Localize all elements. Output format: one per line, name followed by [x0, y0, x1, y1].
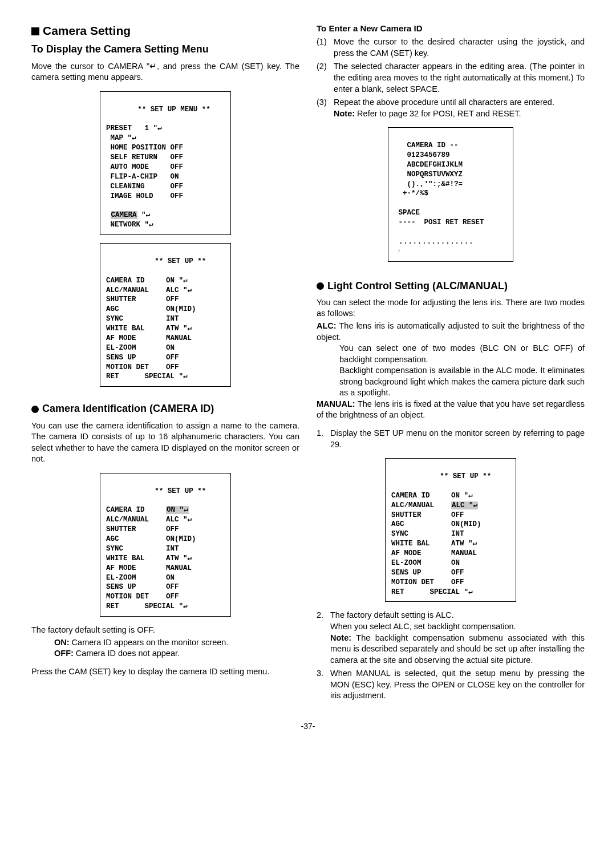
nitem-3-text: When MANUAL is selected, quit the setup …	[330, 668, 585, 702]
menu1-title: ** SET UP MENU **	[106, 105, 225, 115]
step-3-num: (3)	[317, 97, 334, 119]
menu1-l6: CLEANING OFF	[106, 183, 183, 191]
circle-icon-2	[317, 282, 324, 290]
setup-menu-box-4: ** SET UP ** CAMERA ID ON "↵ ALC/MANUAL …	[385, 458, 516, 602]
nitem-2-note: The backlight compensation submenu assoc…	[330, 633, 585, 665]
cm-l0: CAMERA ID --	[394, 141, 459, 149]
light-control-head: Light Control Setting (ALC/MANUAL)	[317, 279, 585, 293]
menu2-l2: SHUTTER OFF	[106, 296, 179, 303]
alc-text3: Backlight compensation is available in t…	[317, 365, 585, 399]
enter-steps-list: (1) Move the cursor to the desired chara…	[317, 37, 585, 119]
nitem-1: 1. Display the SET UP menu on the monito…	[317, 428, 585, 450]
off-label: OFF:	[54, 649, 74, 658]
nitem-2: 2. The factory default setting is ALC. W…	[317, 610, 585, 666]
menu3-l3: AGC ON(MID)	[106, 535, 196, 543]
menu1-l0: PRESET 1 "↵	[106, 124, 162, 132]
menu4-l0: CAMERA ID ON "↵	[391, 492, 473, 500]
menu1-l4: AUTO MODE OFF	[106, 163, 183, 171]
nitem-3: 3. When MANUAL is selected, quit the set…	[317, 668, 585, 702]
circle-icon	[31, 406, 39, 413]
on-text: Camera ID appears on the monitor screen.	[70, 638, 229, 647]
nitem-2b: When you select ALC, set backlight compe…	[330, 622, 516, 631]
intro-a: Move the cursor to CAMERA	[31, 62, 147, 71]
alc-label: ALC:	[317, 321, 337, 330]
menu2-l10: RET SPECIAL "↵	[106, 373, 188, 381]
nitem-1-num: 1.	[317, 428, 330, 450]
step-2-num: (2)	[317, 61, 334, 95]
menu2-l0: CAMERA ID ON "↵	[106, 277, 188, 285]
light-control-head-text: Light Control Setting (ALC/MANUAL)	[327, 279, 508, 293]
menu4-l10: RET SPECIAL "↵	[391, 588, 473, 596]
menu4-highlight: ALC "↵	[451, 501, 478, 509]
press-cam-para: Press the CAM (SET) key to display the c…	[31, 666, 299, 678]
cm-l3: NOPQRSTUVWXYZ	[394, 171, 463, 179]
intro-paragraph: Move the cursor to CAMERA "↵, and press …	[31, 61, 299, 83]
camera-id-char-menu: CAMERA ID -- 0123456789 ABCDEFGHIJKLM NO…	[388, 127, 513, 261]
subhead-display-menu: To Display the Camera Setting Menu	[31, 42, 299, 56]
man-text: The lens iris is fixed at the value that…	[317, 399, 585, 420]
cm-l5: +-*/%$	[394, 189, 428, 197]
menu4-l2: SHUTTER OFF	[391, 511, 464, 519]
step-2-text: The selected character appears in the ed…	[334, 61, 585, 95]
cursor-icon: "↵	[147, 62, 157, 71]
numbered-list: 1. Display the SET UP menu on the monito…	[317, 428, 585, 450]
light-intro: You can select the mode for adjusting th…	[317, 297, 585, 319]
cm-l7: SPACE	[394, 209, 420, 217]
menu3-l6: AF MODE MANUAL	[106, 564, 192, 572]
menu2-l5: WHITE BAL ATW "↵	[106, 325, 192, 333]
step-1-num: (1)	[317, 37, 334, 59]
step-3-text: Repeat the above procedure until all cha…	[334, 98, 554, 107]
step-3: (3) Repeat the above procedure until all…	[317, 97, 585, 119]
cm-caret: ↑	[394, 249, 401, 255]
section-title-text: Camera Setting	[43, 23, 131, 39]
menu1-l10: NETWORK "↵	[106, 221, 153, 229]
page-number: -37-	[31, 721, 585, 732]
menu2-l9: MOTION DET OFF	[106, 363, 179, 371]
menu1-l3: SELF RETURN OFF	[106, 153, 183, 161]
menu2-l1: ALC/MANUAL ALC "↵	[106, 286, 192, 294]
on-label: ON:	[54, 638, 70, 647]
nitem-2a: The factory default setting is ALC.	[330, 610, 454, 620]
camera-id-head-text: Camera Identification (CAMERA ID)	[42, 402, 214, 415]
menu1-l1: MAP "↵	[106, 134, 136, 142]
menu3-l2: SHUTTER OFF	[106, 525, 179, 533]
menu2-l7: EL-ZOOM ON	[106, 344, 175, 352]
menu3-l9: MOTION DET OFF	[106, 593, 179, 601]
menu3-l4: SYNC INT	[106, 545, 179, 553]
menu4-l3: AGC ON(MID)	[391, 520, 481, 528]
nitem-2-num: 2.	[317, 610, 330, 666]
manual-def-block: MANUAL: The lens iris is fixed at the va…	[317, 399, 585, 421]
menu2-l3: AGC ON(MID)	[106, 305, 196, 313]
step-2: (2) The selected character appears in th…	[317, 61, 585, 95]
step-3-body: Repeat the above procedure until all cha…	[334, 97, 585, 119]
setup-menu-box-3: ** SET UP ** CAMERA ID ON "↵ ALC/MANUAL …	[100, 473, 231, 617]
setup-menu-box-2: ** SET UP ** CAMERA ID ON "↵ ALC/MANUAL …	[100, 243, 231, 387]
menu3-l10: RET SPECIAL "↵	[106, 602, 188, 610]
square-icon	[31, 27, 39, 35]
menu3-l8: SENS UP OFF	[106, 583, 179, 591]
menu2-l6: AF MODE MANUAL	[106, 334, 192, 342]
menu4-l8: SENS UP OFF	[391, 569, 464, 577]
menu2-l4: SYNC INT	[106, 315, 179, 323]
menu4-l7: EL-ZOOM ON	[391, 559, 460, 567]
setup-menu-box-1: ** SET UP MENU ** PRESET 1 "↵ MAP "↵ HOM…	[100, 91, 231, 235]
on-def: ON: Camera ID appears on the monitor scr…	[31, 637, 299, 649]
menu3-title: ** SET UP **	[106, 487, 225, 496]
cm-l4: ().,'":;&#!?=	[394, 180, 463, 188]
nitem-3-num: 3.	[317, 668, 330, 702]
camera-id-para: You can use the camera identification to…	[31, 420, 299, 465]
alc-text2: You can select one of two modes (BLC ON …	[317, 343, 585, 365]
alc-def-block: ALC: The lens iris is automatically adju…	[317, 321, 585, 343]
nitem-1-text: Display the SET UP menu on the monitor s…	[330, 428, 585, 450]
menu4-l5: WHITE BAL ATW "↵	[391, 540, 477, 548]
menu4-l4: SYNC INT	[391, 530, 464, 538]
nitem-2-body: The factory default setting is ALC. When…	[330, 610, 585, 666]
menu1-l9-highlight: CAMERA	[111, 211, 137, 219]
step-3-note-label: Note:	[334, 109, 355, 118]
cm-l1: 0123456789	[394, 151, 450, 159]
step-1-text: Move the cursor to the desired character…	[334, 37, 585, 59]
menu4-title: ** SET UP **	[391, 472, 510, 481]
cm-l8: ---- POSI RET RESET	[394, 218, 484, 226]
menu4-l6: AF MODE MANUAL	[391, 549, 477, 557]
man-label: MANUAL:	[317, 399, 355, 408]
